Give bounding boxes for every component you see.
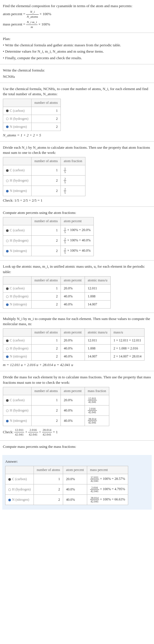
element-dot-icon	[6, 420, 9, 422]
table-row: C (carbon)120.0%12.01142.041 × 100% = 28…	[5, 474, 128, 484]
mass-percent-section: Compute mass percents using the mass fra…	[0, 441, 154, 453]
atomicmass-intro: Look up the atomic mass, m_i, in unified…	[3, 264, 151, 274]
table-row: H (hydrogen)240.0%1.008	[3, 292, 111, 300]
atomic-mass-section: Look up the atomic mass, m_i, in unified…	[0, 261, 154, 313]
atomfrac-intro: Divide each N_i by N_atoms to calculate …	[3, 145, 151, 155]
element-dot-icon	[6, 229, 9, 232]
masspct-table: number of atomsatom percentmass percent …	[5, 466, 128, 505]
element-dot-icon	[6, 180, 9, 182]
plan-heading: Plan:	[3, 36, 151, 41]
intro-text: Find the elemental composition for cyana…	[3, 3, 151, 9]
atom-percent-formula: atom percent = N_iN_atoms × 100%	[3, 10, 151, 19]
atomfrac-table: number of atomsatom fraction C (carbon)1…	[3, 157, 85, 196]
element-dot-icon	[6, 339, 9, 342]
element-dot-icon	[6, 303, 9, 306]
element-dot-icon	[8, 478, 11, 481]
element-dot-icon	[8, 499, 11, 501]
count-intro: Use the chemical formula, NCNH₂, to coun…	[3, 86, 151, 97]
table-row: C (carbon)120.0%12.011	[3, 284, 111, 292]
table-row: N (nitrogen)225 × 100% = 40.0%	[3, 246, 94, 256]
element-dot-icon	[6, 110, 9, 112]
formula-section: Write the chemical formula: NCNH₂	[0, 64, 154, 83]
element-dot-icon	[6, 169, 9, 172]
element-dot-icon	[6, 250, 9, 253]
element-dot-icon	[6, 126, 9, 128]
mass-percent-formula: mass percent = N_i m_im × 100%	[3, 20, 151, 29]
massu-total: m = 12.011 u + 2.016 u + 28.014 u = 42.0…	[3, 362, 151, 367]
count-total: N_atoms = 1 + 2 + 2 = 5	[3, 133, 151, 138]
answer-label: Answer:	[5, 459, 149, 464]
table-row: N (nitrogen)240.0%14.0072 × 14.007 = 28.…	[3, 353, 145, 361]
table-row: N (nitrogen)240.0%28.01442.041 × 100% = …	[5, 495, 128, 505]
element-dot-icon	[6, 118, 9, 120]
table-row: H (hydrogen)240.0%2.01642.041 × 100% = 4…	[5, 484, 128, 495]
element-dot-icon	[8, 488, 11, 491]
formula-value: NCNH₂	[3, 74, 151, 79]
intro-section: Find the elemental composition for cyana…	[0, 0, 154, 33]
masspct-intro: Compute mass percents using the mass fra…	[3, 444, 151, 449]
atompct-table: number of atomsatom percent C (carbon)11…	[3, 217, 94, 256]
atom-fraction-section: Divide each N_i by N_atoms to calculate …	[0, 142, 154, 207]
table-row: H (hydrogen)240.0%1.0082 × 1.008 = 2.016	[3, 345, 145, 353]
plan-bullet: • Write the chemical formula and gather …	[3, 43, 151, 48]
massfrac-table: number of atomsatom percentmass fraction…	[3, 387, 109, 426]
plan-bullet: • Finally, compute the percents and chec…	[3, 55, 151, 61]
element-dot-icon	[6, 355, 9, 358]
table-row: N (nitrogen)240.0%28.01442.041	[3, 416, 109, 426]
formula-heading: Write the chemical formula:	[3, 68, 151, 73]
table-row: C (carbon)120.0%12.01142.041	[3, 395, 109, 405]
table-row: H (hydrogen)240.0%2.01642.041	[3, 405, 109, 416]
table-row: C (carbon)1	[3, 107, 61, 115]
table-row: H (hydrogen)225 × 100% = 40.0%	[3, 236, 94, 246]
element-dot-icon	[6, 347, 9, 350]
atomfrac-check: Check: 1/5 + 2/5 + 2/5 = 1	[3, 198, 151, 203]
table-row: C (carbon)115 × 100% = 20.0%	[3, 225, 94, 236]
mass-fraction-section: Divide the mass for each element by m to…	[0, 371, 154, 440]
element-dot-icon	[6, 190, 9, 192]
massu-intro: Multiply N_i by m_i to compute the mass …	[3, 316, 151, 327]
mass-u-section: Multiply N_i by m_i to compute the mass …	[0, 313, 154, 371]
table-row: N (nitrogen)2	[3, 123, 61, 131]
count-section: Use the chemical formula, NCNH₂, to coun…	[0, 83, 154, 142]
element-dot-icon	[6, 240, 9, 242]
element-dot-icon	[6, 410, 9, 412]
atomicmass-table: number of atomsatom percentatomic mass/u…	[3, 276, 111, 309]
table-row: H (hydrogen)2	[3, 115, 61, 123]
massu-table: number of atomsatom percentatomic mass/u…	[3, 328, 145, 361]
atompct-intro: Compute atom percents using the atom fra…	[3, 210, 151, 215]
element-dot-icon	[6, 399, 9, 402]
atom-percent-section: Compute atom percents using the atom fra…	[0, 207, 154, 261]
element-dot-icon	[6, 295, 9, 298]
answer-block: Answer: number of atomsatom percentmass …	[2, 455, 152, 510]
table-row: C (carbon)120.0%12.0111 × 12.011 = 12.01…	[3, 337, 145, 345]
element-dot-icon	[6, 287, 9, 290]
plan-bullet: • Determine values for N_i, m_i, N_atoms…	[3, 49, 151, 54]
table-row: N (nitrogen)225	[3, 186, 85, 196]
count-table: number of atoms C (carbon)1 H (hydrogen)…	[3, 99, 61, 131]
table-row: C (carbon)115	[3, 165, 85, 176]
table-row: H (hydrogen)225	[3, 176, 85, 186]
plan-section: Plan: • Write the chemical formula and g…	[0, 33, 154, 64]
table-row: N (nitrogen)240.0%14.007	[3, 300, 111, 308]
massfrac-check: Check: 12.01142.041 + 2.01642.041 + 28.0…	[3, 428, 151, 437]
massfrac-intro: Divide the mass for each element by m to…	[3, 375, 151, 385]
